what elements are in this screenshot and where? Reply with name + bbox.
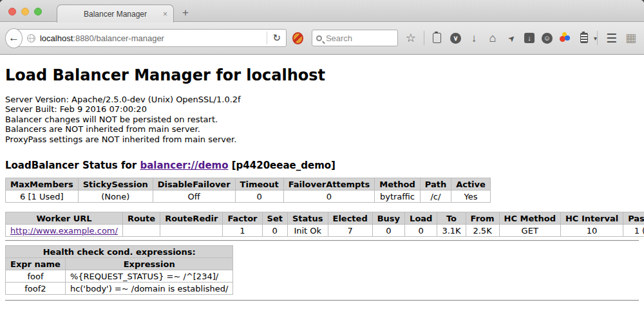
url-path: :8880/balancer-manager <box>73 33 164 43</box>
col-factor: Factor <box>223 212 262 225</box>
health-header-row: Expr name Expression <box>6 258 233 270</box>
cell-expression-0: %{REQUEST_STATUS} =~ /^[234]/ <box>65 270 233 283</box>
search-input[interactable] <box>326 33 393 43</box>
balancer-demo-link[interactable]: balancer://demo <box>140 160 228 171</box>
health-table-title: Health check cond. expressions: <box>6 246 233 258</box>
col-stickysession: StickySession <box>78 178 153 191</box>
balancer-data-row: 6 [1 Used] (None) Off 0 0 bytraffic /c/ … <box>6 191 491 203</box>
cell-route <box>122 225 160 237</box>
cell-hc-interval: 10 <box>560 225 623 237</box>
col-from: From <box>466 212 499 225</box>
close-window-button[interactable] <box>8 8 16 15</box>
urlbar-separator <box>267 32 267 44</box>
col-elected: Elected <box>328 212 372 225</box>
tab-close-icon[interactable]: × <box>163 10 167 19</box>
url-domain: localhost <box>40 33 73 43</box>
cell-stickysession: (None) <box>78 191 153 203</box>
loadbalancer-status-heading: LoadBalancer Status for balancer://demo … <box>5 160 639 171</box>
minimize-window-button[interactable] <box>21 8 29 15</box>
col-failoverattempts: FailoverAttempts <box>283 178 375 191</box>
col-expr-name: Expr name <box>6 258 66 270</box>
cell-timeout: 0 <box>235 191 283 203</box>
persist-notice-line: Balancer changes will NOT be persisted o… <box>5 115 639 124</box>
search-bar[interactable] <box>312 30 398 46</box>
page-title: Load Balancer Manager for localhost <box>5 66 639 84</box>
col-method: Method <box>375 178 420 191</box>
cell-routeredir <box>160 225 223 237</box>
col-expression: Expression <box>65 258 233 270</box>
bottom-divider <box>5 300 639 301</box>
col-hc-interval: HC Interval <box>560 212 623 225</box>
health-check-table: Health check cond. expressions: Expr nam… <box>5 245 233 295</box>
col-status: Status <box>287 212 328 225</box>
url-text: localhost:8880/balancer-manager <box>40 33 265 43</box>
send-to-device-icon[interactable]: ➤ <box>503 30 519 46</box>
worker-header-row: Worker URL Route RouteRedir Factor Set S… <box>6 212 644 225</box>
url-bar[interactable]: localhost:8880/balancer-manager ↻ <box>14 29 287 47</box>
cell-expr-name-1: foof2 <box>6 283 66 295</box>
cell-from: 2.5K <box>466 225 499 237</box>
sidebar-grid-icon[interactable]: ▦ <box>625 31 636 45</box>
reload-icon[interactable]: ↻ <box>270 32 286 44</box>
pocket-icon[interactable]: ∨ <box>450 33 461 44</box>
clipboard-icon[interactable] <box>431 32 443 44</box>
cell-disablefailover: Off <box>153 191 235 203</box>
toolbar-separator-2 <box>597 31 598 45</box>
col-passes: Passes <box>623 212 644 225</box>
col-timeout: Timeout <box>235 178 283 191</box>
cell-load: 0 <box>405 225 437 237</box>
globe-icon <box>27 34 35 42</box>
cell-worker-url: http://www.example.com/ <box>6 225 123 237</box>
cell-failoverattempts: 0 <box>283 191 375 203</box>
content-blocked-icon[interactable] <box>292 32 303 44</box>
cell-set: 0 <box>262 225 287 237</box>
heading-prefix: LoadBalancer Status for <box>5 160 140 171</box>
bookmark-star-icon[interactable]: ☆ <box>405 32 417 44</box>
balancer-header-row: MaxMembers StickySession DisableFailover… <box>6 178 491 191</box>
heading-suffix: [p4420eeae_demo] <box>229 160 336 171</box>
server-built-line: Server Built: Feb 9 2016 07:00:20 <box>5 104 639 114</box>
inherit-notice-line: Balancers are NOT inherited from main se… <box>5 124 639 134</box>
health-row-foof2: foof2 hc('body') =~ /domain is establish… <box>6 283 233 295</box>
col-active: Active <box>451 178 491 191</box>
col-path: Path <box>420 178 451 191</box>
cell-expression-1: hc('body') =~ /domain is established/ <box>65 283 233 295</box>
cell-maxmembers: 6 [1 Used] <box>6 191 79 203</box>
worker-url-link[interactable]: http://www.example.com/ <box>10 226 118 236</box>
col-maxmembers: MaxMembers <box>6 178 79 191</box>
tab-strip: Balancer Manager × + <box>0 0 644 22</box>
worker-table: Worker URL Route RouteRedir Factor Set S… <box>5 212 644 237</box>
zoom-window-button[interactable] <box>34 8 42 15</box>
navigation-toolbar: ← localhost:8880/balancer-manager ↻ ☆ ∨ … <box>0 22 644 55</box>
col-route: Route <box>122 212 160 225</box>
server-version-line: Server Version: Apache/2.5.0-dev (Unix) … <box>5 95 639 104</box>
window-controls <box>8 8 42 15</box>
page-content: Load Balancer Manager for localhost Serv… <box>0 55 644 315</box>
extension-dots-icon[interactable] <box>560 32 571 44</box>
col-routeredir: RouteRedir <box>160 212 223 225</box>
menu-hamburger-icon[interactable]: ☰ <box>606 31 617 46</box>
downloads-icon[interactable]: ↓ <box>468 32 480 44</box>
col-busy: Busy <box>372 212 404 225</box>
home-icon[interactable]: ⌂ <box>487 32 498 44</box>
feedback-smiley-icon[interactable]: ☺ <box>542 33 553 44</box>
proxypass-notice-line: ProxyPass settings are NOT inherited fro… <box>5 135 639 144</box>
new-tab-button[interactable]: + <box>182 6 189 19</box>
browser-window: Balancer Manager × + ← localhost:8880/ba… <box>0 0 644 316</box>
section-divider <box>5 240 639 241</box>
cell-factor: 1 <box>223 225 262 237</box>
worker-data-row: http://www.example.com/ 1 0 Init Ok 7 0 … <box>6 225 644 237</box>
back-button[interactable]: ← <box>5 28 23 48</box>
balancer-settings-table: MaxMembers StickySession DisableFailover… <box>5 178 491 203</box>
cell-to: 3.1K <box>437 225 466 237</box>
tab-balancer-manager[interactable]: Balancer Manager × <box>57 5 174 23</box>
battery-glyph <box>580 33 588 43</box>
clipboard-glyph <box>433 33 441 43</box>
container-battery-icon[interactable] <box>578 32 590 44</box>
col-worker-url: Worker URL <box>6 212 123 225</box>
search-icon <box>316 35 322 41</box>
save-to-downloads-icon[interactable]: ↓ <box>524 33 535 43</box>
cell-method: bytraffic <box>375 191 420 203</box>
tab-title: Balancer Manager <box>84 10 147 19</box>
back-icon: ← <box>8 32 19 44</box>
